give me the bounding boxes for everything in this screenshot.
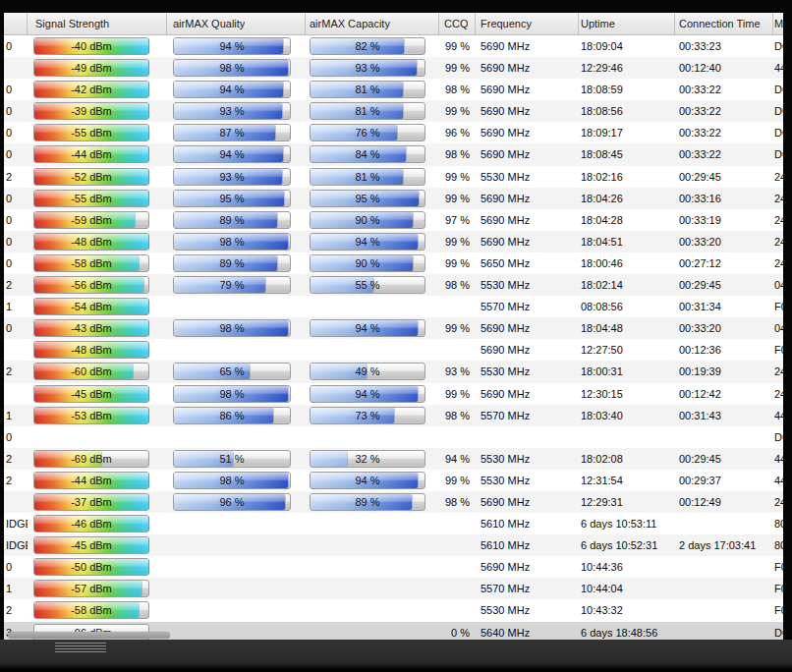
table-row[interactable]: 0 98 % 5690 MHz 18:08:45 00:33:22 DC -44… xyxy=(4,143,783,165)
signal-strength-bar-label: -45 dBm xyxy=(34,386,148,402)
ccq-cell xyxy=(397,556,470,578)
column-header-airmax-capacity[interactable]: airMAX Capacity xyxy=(310,13,390,35)
column-header-ccq[interactable]: CCQ xyxy=(444,13,468,35)
column-separator[interactable] xyxy=(578,13,579,34)
signal-strength-bar-label: -53 dBm xyxy=(34,408,148,423)
frequency-cell: 5640 MHz xyxy=(481,622,579,640)
frequency-cell: 5530 MHz xyxy=(481,361,579,382)
table-row[interactable]: 2 5530 MHz 10:43:32 F0 -58 dBm xyxy=(4,599,783,621)
airmax-quality-bar: 95 % xyxy=(173,190,291,207)
ccq-cell xyxy=(397,513,470,534)
table-row[interactable]: 2 98 % 5530 MHz 18:02:14 00:29:45 04 -56… xyxy=(4,274,783,296)
column-separator[interactable] xyxy=(27,13,28,34)
device-name-cell xyxy=(4,383,28,405)
signal-strength-bar-label: -52 dBm xyxy=(34,169,148,185)
column-separator[interactable] xyxy=(438,13,439,34)
connection-time-cell xyxy=(679,513,773,534)
mac-cell: DC xyxy=(774,122,783,143)
uptime-cell: 18:04:26 xyxy=(581,188,677,209)
column-separator[interactable] xyxy=(475,13,476,34)
table-row[interactable]: 1 5570 MHz 08:08:56 00:31:34 F0 -54 dBm xyxy=(4,296,783,317)
signal-strength-bar-label: -50 dBm xyxy=(34,559,148,575)
column-header-uptime[interactable]: Uptime xyxy=(581,13,615,35)
frequency-cell: 5690 MHz xyxy=(481,35,579,57)
signal-strength-bar-label: -48 dBm xyxy=(34,234,148,250)
connection-time-cell: 00:31:43 xyxy=(679,405,773,426)
airmax-quality-bar-label: 98 % xyxy=(174,60,290,76)
airmax-quality-bar-label: 98 % xyxy=(174,234,290,250)
airmax-capacity-bar: 93 % xyxy=(310,59,425,77)
airmax-quality-bar: 65 % xyxy=(173,363,291,380)
frequency-cell: 5690 MHz xyxy=(481,491,579,513)
table-row[interactable]: 98 % 5690 MHz 12:29:31 00:12:49 24 -37 d… xyxy=(4,491,783,513)
airmax-quality-bar: 98 % xyxy=(173,59,291,77)
table-row[interactable]: 0 99 % 5690 MHz 18:04:51 00:33:20 24 -48… xyxy=(4,231,783,252)
mac-cell: DC xyxy=(774,100,783,122)
horizontal-scrollbar-thumb[interactable] xyxy=(8,632,170,639)
table-row[interactable]: 0 99 % 5690 MHz 18:04:48 00:33:20 04 -43… xyxy=(4,317,783,339)
airmax-quality-bar-label: 95 % xyxy=(174,191,290,206)
airmax-quality-bar: 98 % xyxy=(173,385,291,403)
signal-strength-bar-label: -45 dBm xyxy=(34,537,148,553)
airmax-capacity-bar-label: 73 % xyxy=(311,408,424,423)
device-name-cell: 0 xyxy=(4,100,28,122)
table-row[interactable]: 0 DC xyxy=(4,426,783,448)
table-row[interactable]: 5690 MHz 12:27:50 00:12:36 F0 -48 dBm xyxy=(4,339,783,361)
signal-strength-bar-label: -37 dBm xyxy=(34,494,148,510)
table-row[interactable]: 0 99 % 5690 MHz 18:08:56 00:33:22 DC -39… xyxy=(4,100,783,122)
signal-strength-bar-label: -56 dBm xyxy=(34,277,148,293)
mac-cell: 24 xyxy=(774,209,783,231)
table-row[interactable]: 0 98 % 5690 MHz 18:08:59 00:33:22 DC -42… xyxy=(4,79,783,100)
signal-strength-bar: -55 dBm xyxy=(33,124,149,141)
column-separator[interactable] xyxy=(674,13,675,34)
table-row[interactable]: 0 5690 MHz 10:44:36 F0 -50 dBm xyxy=(4,556,783,578)
table-row[interactable]: 0 99 % 5650 MHz 18:00:46 00:27:12 24 -58… xyxy=(4,252,783,274)
airmax-capacity-bar: 76 % xyxy=(310,124,425,141)
column-separator[interactable] xyxy=(772,13,773,34)
airmax-quality-bar: 94 % xyxy=(173,145,291,163)
device-name-cell: IDGE xyxy=(4,534,28,556)
table-row[interactable]: 0 99 % 5690 MHz 18:09:04 00:33:23 DC -40… xyxy=(4,35,783,57)
connection-time-cell: 00:33:22 xyxy=(679,122,773,143)
table-row[interactable]: 2 94 % 5530 MHz 18:02:08 00:29:45 44 -69… xyxy=(4,448,783,470)
uptime-cell xyxy=(581,426,677,448)
table-row[interactable]: 0 96 % 5690 MHz 18:09:17 00:33:22 DC -55… xyxy=(4,122,783,143)
signal-strength-bar: -43 dBm xyxy=(33,319,149,337)
table-row[interactable]: 1 5570 MHz 10:44:04 F0 -57 dBm xyxy=(4,578,783,599)
ccq-cell xyxy=(397,426,470,448)
table-row[interactable]: 1 98 % 5570 MHz 18:03:40 00:31:43 44 -53… xyxy=(4,405,783,426)
table-row[interactable]: IDGE 5610 MHz 6 days 10:52:31 2 days 17:… xyxy=(4,534,783,556)
column-header-signal-strength[interactable]: Signal Strength xyxy=(35,13,109,35)
table-row[interactable]: 2 99 % 5530 MHz 18:02:16 00:29:45 24 -52… xyxy=(4,166,783,188)
mac-cell: 24 xyxy=(774,491,783,513)
connection-time-cell: 00:33:23 xyxy=(679,35,773,57)
resize-grip-icon[interactable] xyxy=(55,643,106,653)
column-header-mac[interactable]: MAC xyxy=(774,13,783,35)
signal-strength-bar: -48 dBm xyxy=(33,233,149,251)
signal-strength-bar: -48 dBm xyxy=(33,341,149,359)
table-body: 0 99 % 5690 MHz 18:09:04 00:33:23 DC -40… xyxy=(4,35,783,640)
signal-strength-bar-label: -69 dBm xyxy=(34,451,148,467)
table-row[interactable]: 2 99 % 5530 MHz 12:31:54 00:29:37 44 -44… xyxy=(4,470,783,491)
table-row[interactable]: 99 % 5690 MHz 12:29:46 00:12:40 44 -49 d… xyxy=(4,57,783,79)
mac-cell: 24 xyxy=(774,166,783,188)
column-header-connection-time[interactable]: Connection Time xyxy=(679,13,761,35)
column-separator[interactable] xyxy=(305,13,306,34)
signal-strength-bar-label: -44 dBm xyxy=(34,146,148,162)
signal-strength-bar: -60 dBm xyxy=(33,363,149,380)
column-header-frequency[interactable]: Frequency xyxy=(481,13,532,35)
column-separator[interactable] xyxy=(166,13,167,34)
device-name-cell: 0 xyxy=(4,556,28,578)
table-row[interactable]: 0 99 % 5690 MHz 18:04:26 00:33:16 24 -55… xyxy=(4,188,783,209)
table-row[interactable]: 2 93 % 5530 MHz 18:00:31 00:19:39 24 -60… xyxy=(4,361,783,382)
airmax-capacity-bar: 90 % xyxy=(310,254,425,272)
table-row[interactable]: IDGE 5610 MHz 6 days 10:53:11 80 -46 dBm xyxy=(4,513,783,534)
signal-strength-bar-label: -60 dBm xyxy=(34,364,148,379)
ccq-cell: 0 % xyxy=(397,622,470,640)
connection-time-cell: 00:31:34 xyxy=(679,296,773,317)
table-row[interactable]: 0 97 % 5690 MHz 18:04:28 00:33:19 24 -59… xyxy=(4,209,783,231)
uptime-cell: 18:08:56 xyxy=(581,100,677,122)
column-header-airmax-quality[interactable]: airMAX Quality xyxy=(173,13,245,35)
mac-cell: 04 xyxy=(774,317,783,339)
table-row[interactable]: 99 % 5690 MHz 12:30:15 00:12:42 24 -45 d… xyxy=(4,383,783,405)
